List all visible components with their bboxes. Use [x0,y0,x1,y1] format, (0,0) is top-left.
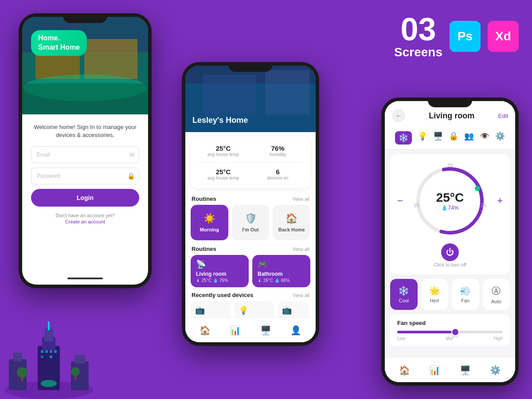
icon-tv[interactable]: 🖥️ [433,131,443,145]
svg-rect-26 [41,356,43,358]
stat-devices: 6 devices on [252,165,303,183]
fan-slider-track[interactable] [397,331,503,333]
svg-rect-5 [22,83,148,114]
svg-rect-27 [50,356,52,358]
mode-auto[interactable]: Ⓐ Auto [483,279,510,310]
hero-badge: Home. Smart Home [31,30,87,56]
mode-cool[interactable]: ❄️ Cool [390,279,418,310]
password-input[interactable]: Password [31,168,139,184]
stat-temp1: 25°C avg house temp [198,142,249,160]
svg-point-28 [41,380,57,387]
phone2-screen: Lesley's Home 25°C avg house temp 76% hu… [185,66,316,342]
email-input[interactable]: Email [31,146,139,163]
email-wrapper: Email ✉ [31,146,139,163]
svg-rect-21 [74,355,85,364]
routine-backhome[interactable]: 🏠 Back Home [273,205,310,240]
routines-header: Routines View all [185,193,316,205]
p2-bottom-nav: 🏠 📊 🖥️ 👤 [185,317,316,342]
fan-slider-labels: Low Mid High [397,336,503,341]
p2-nav-stats[interactable]: 📊 [230,325,241,336]
svg-point-31 [71,367,80,376]
fan-slider-thumb[interactable] [451,328,459,336]
create-account-link[interactable]: Create an account [31,219,139,224]
temp-plus[interactable]: + [497,195,503,207]
p2-hero: Lesley's Home [185,66,316,132]
phone-dashboard: Lesley's Home 25°C avg house temp 76% hu… [182,62,319,346]
lock-icon: 🔒 [127,172,135,180]
mode-fan[interactable]: 💨 Fan [452,279,479,310]
svg-rect-32 [74,375,76,379]
p3-bottom-nav: 🏠 📊 🖥️ ⚙️ [385,357,515,382]
power-button[interactable]: ⏻ [441,243,459,261]
edit-button[interactable]: Edit [498,113,508,119]
p3-nav-home[interactable]: 🏠 [399,365,410,376]
svg-rect-3 [84,39,137,79]
svg-rect-23 [45,350,48,353]
stat-temp2: 25°C avg house temp [198,165,249,183]
header-area: 03 Screens Ps Xd [394,13,519,59]
login-button[interactable]: Login [31,189,139,207]
scale-15: 15 [414,203,419,208]
phone3-notch [428,98,472,107]
p3-nav-settings[interactable]: ⚙️ [490,365,501,376]
icon-lock[interactable]: 🔒 [449,131,458,145]
temp-minus[interactable]: − [397,195,403,207]
routine-imout[interactable]: 🛡️ I'm Out [232,205,270,240]
phone-login: Home. Smart Home Welcome home! Sign In t… [19,13,152,288]
icon-settings[interactable]: ⚙️ [495,131,505,145]
ps-badge: Ps [450,21,481,52]
icon-eye[interactable]: 👁️ [480,131,489,145]
p2-nav-devices[interactable]: 🖥️ [260,325,271,336]
password-wrapper: Password 🔒 [31,168,139,184]
stats-card: 25°C avg house temp 76% humidity 25°C av… [191,137,310,188]
stats-grid: 25°C avg house temp 76% humidity [198,142,303,160]
rooms-header: Routines View all [185,243,316,255]
footer-text: Don't have an account yet? Create an acc… [31,213,139,224]
icon-people[interactable]: 👥 [464,131,474,145]
xd-badge: Xd [488,21,519,52]
home-indicator [67,278,103,279]
p3-nav-devices[interactable]: 🖥️ [460,365,471,376]
mode-heat[interactable]: 🌟 Hert [421,279,449,310]
svg-rect-22 [41,350,43,353]
screens-label: 03 Screens [394,13,442,59]
click-off-label: Click to turn off [397,262,503,267]
p2-hero-title: Lesley's Home [192,116,248,125]
svg-rect-30 [21,376,23,381]
devices-header: Recently used devices View all [185,289,316,301]
hero-image: Home. Smart Home [22,17,148,114]
fan-speed-title: Fan speed [397,320,503,326]
p2-nav-profile[interactable]: 👤 [290,325,301,336]
p2-nav-home[interactable]: 🏠 [200,325,211,336]
routine-morning[interactable]: ☀️ Morning [191,205,228,240]
scale-20: 20 [447,163,453,168]
device-icons-row: ❄️ 💡 🖥️ 🔒 👥 👁️ ⚙️ [385,127,515,149]
icon-ac[interactable]: ❄️ [395,131,412,145]
svg-rect-8 [203,74,256,114]
room-title: Living room [429,111,474,121]
fan-slider-fill [397,331,455,333]
svg-rect-19 [13,352,22,361]
phone2-notch [228,62,273,72]
phone-living-room: ← Living room Edit ❄️ 💡 🖥️ 🔒 👥 👁️ ⚙️ − [381,98,519,386]
icon-light[interactable]: 💡 [418,131,427,145]
mode-buttons: ❄️ Cool 🌟 Hert 💨 Fan Ⓐ Auto [385,279,515,310]
phone-notch [63,13,107,23]
fan-speed-card: Fan speed Low Mid High [390,314,510,346]
thermostat-area: − 20 15 25 [390,154,510,274]
svg-point-12 [475,186,480,191]
svg-rect-25 [54,350,57,353]
thermostat-circle: 20 15 25 25°C 💧74% [410,161,490,241]
back-button[interactable]: ← [392,109,405,122]
bottom-illustration [0,319,98,399]
p3-nav-stats[interactable]: 📊 [429,365,440,376]
stat-humid: 76% humidity [252,142,303,160]
svg-rect-17 [48,321,50,330]
room-living[interactable]: 📡 Living room 🌡 25°C 💧 76% [191,255,249,287]
room-bathroom[interactable]: 🎮 Bathroom 🌡 26°C 💧 66% [252,255,310,287]
temp-display: 25°C 💧74% [436,191,464,211]
temp-value: 25°C [436,191,464,205]
email-icon: ✉ [129,151,135,158]
svg-rect-9 [265,70,309,114]
humidity-value: 💧74% [436,205,464,211]
